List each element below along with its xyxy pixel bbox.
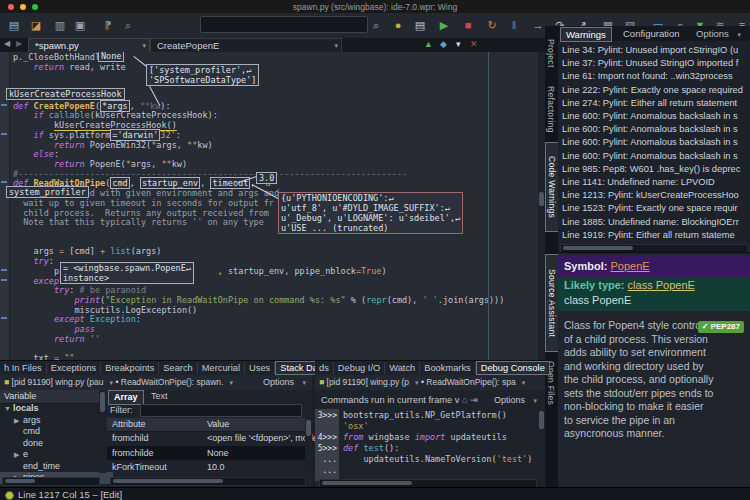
- debug-value-list[interactable]: ['system_profiler',↵'SPSoftwareDataType'…: [146, 64, 259, 86]
- warning-row[interactable]: Line 600: Pylint: Anomalous backslash in…: [562, 123, 738, 136]
- symbol-link[interactable]: PopenE: [610, 260, 649, 272]
- subtab-array[interactable]: Array: [108, 390, 144, 405]
- warning-row[interactable]: Line 985: Pep8: W601 .has_key() is depre…: [562, 163, 740, 176]
- restart-icon[interactable]: ↻: [484, 17, 500, 33]
- tree-vscrollbar[interactable]: [99, 390, 106, 473]
- code-line[interactable]: pass: [13, 324, 95, 334]
- debug-watch-sysprofiler[interactable]: system_profiler: [6, 186, 89, 198]
- code-line[interactable]: txt = "": [13, 353, 74, 360]
- subtab-text[interactable]: Text: [146, 390, 173, 403]
- fold-marker-icon[interactable]: [1, 269, 7, 271]
- console-options-menu[interactable]: Options ▾: [494, 392, 537, 409]
- tab-exceptions[interactable]: Exceptions: [47, 362, 101, 374]
- warning-row[interactable]: Line 1141: Undefined name: LPVOID: [562, 176, 715, 189]
- symbol-combo[interactable]: CreatePopenE ▾: [150, 38, 342, 53]
- tab-debug-i-o[interactable]: Debug I/O: [334, 362, 385, 374]
- console-frame-combo[interactable]: ReadWaitOnPipe(): spa: [426, 377, 515, 387]
- variable-row-locals[interactable]: ▼locals: [0, 403, 103, 415]
- fold-marker-icon[interactable]: [1, 181, 7, 183]
- code-line[interactable]: return '': [13, 334, 100, 344]
- warning-row[interactable]: Line 274: Pylint: Either all return stat…: [562, 97, 737, 110]
- fold-marker-icon[interactable]: [1, 133, 7, 135]
- step-into-icon[interactable]: →: [530, 17, 546, 33]
- stop-icon[interactable]: ■: [460, 17, 476, 33]
- debug-value-timeout[interactable]: 3.0: [256, 172, 277, 184]
- code-line[interactable]: args = [cmd] + list(args): [13, 246, 161, 256]
- tab-h-in-files[interactable]: h In Files: [0, 362, 47, 374]
- warning-row[interactable]: Line 222: Pylint: Exactly one space requ…: [562, 84, 743, 97]
- menu-caret-icon[interactable]: ▾: [456, 39, 461, 49]
- warnings-options-menu[interactable]: Options ▾: [691, 27, 746, 40]
- variable-row-end_time[interactable]: end_time: [0, 461, 113, 473]
- debug-value-env-dict[interactable]: {u'PYTHONIOENCODING':↵u'utf_8', u'#DYLD_…: [278, 192, 463, 234]
- debug-value-none[interactable]: None: [98, 52, 124, 62]
- tab-mercurial[interactable]: Mercurial: [198, 362, 245, 374]
- debug-value-pipes[interactable]: = <wingbase.spawn.PopenE↵instance>: [60, 262, 194, 284]
- vertical-tab-code-warnings[interactable]: Code Warnings: [545, 142, 559, 232]
- stack-options-menu[interactable]: Options ▾: [263, 375, 306, 390]
- tab-search[interactable]: Search: [159, 362, 197, 374]
- grid-hscrollbar[interactable]: [110, 477, 306, 486]
- thread-combo[interactable]: [pid 91190] wing.py (pau: [12, 377, 104, 387]
- find-icon[interactable]: ⌕: [368, 17, 384, 33]
- warning-row[interactable]: Line 34: Pylint: Unused import cStringIO…: [562, 44, 738, 57]
- likely-type-link[interactable]: class PopenE: [628, 279, 695, 291]
- debug-watch-hook[interactable]: kUserCreateProcessHook: [6, 88, 125, 100]
- code-line[interactable]: Note that this typically returns '' on a…: [13, 217, 264, 227]
- nav-forward-icon[interactable]: ▶: [16, 39, 22, 48]
- goto-warning-icon[interactable]: ▲: [424, 39, 433, 49]
- open-folder-icon[interactable]: ◪: [28, 17, 44, 33]
- code-line[interactable]: try: # be paranoid: [13, 285, 146, 295]
- warning-row[interactable]: Line 37: Pylint: Unused StringIO importe…: [562, 57, 738, 70]
- fold-marker-icon[interactable]: [1, 104, 7, 106]
- variable-row-cmd[interactable]: cmd: [0, 426, 113, 438]
- code-line[interactable]: wait up to given timeout in seconds for …: [13, 198, 274, 208]
- code-line[interactable]: if sys.platform='darwin'32':: [13, 130, 181, 140]
- new-file-icon[interactable]: ▤: [6, 17, 22, 33]
- tab-ds[interactable]: ds: [315, 362, 334, 374]
- attribute-row-kForkTimeout[interactable]: kForkTimeout10.0: [107, 460, 305, 475]
- nav-back-icon[interactable]: ◀: [4, 39, 10, 48]
- search-manager-icon[interactable]: ⁋: [100, 17, 116, 33]
- tab-watch[interactable]: Watch: [385, 362, 420, 374]
- attribute-row-fromchild[interactable]: fromchild<open file '<fdopen>', mode 'r'…: [107, 431, 305, 446]
- debug-bug-icon[interactable]: ●: [390, 17, 406, 33]
- variable-row-args[interactable]: ▶args: [0, 415, 113, 427]
- grid-header[interactable]: Attribute Value: [107, 418, 305, 432]
- save-all-icon[interactable]: ▣: [72, 17, 88, 33]
- code-line[interactable]: try:: [13, 256, 54, 266]
- save-icon[interactable]: ▥: [52, 17, 68, 33]
- vertical-tab-source-assistant[interactable]: Source Assistant: [545, 254, 559, 352]
- pause-icon[interactable]: ‖: [506, 17, 522, 33]
- frame-combo[interactable]: ReadWaitOnPipe(): spawn.: [121, 377, 224, 387]
- warning-row[interactable]: Line 600: Pylint: Anomalous backslash in…: [562, 110, 738, 123]
- search-files-icon[interactable]: ⌕: [120, 17, 136, 33]
- console-vscrollbar[interactable]: [538, 409, 545, 485]
- warning-row[interactable]: Line 1523: Pylint: Exactly one space req…: [562, 202, 738, 215]
- vertical-tab-project[interactable]: Project: [545, 30, 557, 76]
- editor-vscrollbar[interactable]: [538, 52, 545, 360]
- warning-row[interactable]: Line 1213: Pylint: kUserCreateProcessHoo: [562, 189, 739, 202]
- code-line[interactable]: return read, write: [13, 62, 126, 72]
- variable-column-header[interactable]: Variable: [0, 390, 103, 404]
- code-line[interactable]: if callable(kUserCreateProcessHook):: [13, 110, 218, 120]
- warning-row[interactable]: Line 1885: Undefined name: BlockingIOErr: [562, 216, 739, 229]
- toolbar-search-input[interactable]: [200, 16, 368, 33]
- code-line[interactable]: else:: [13, 149, 59, 159]
- tree-hscrollbar[interactable]: [2, 477, 100, 486]
- warning-row[interactable]: Line 600: Pylint: Anomalous backslash in…: [562, 150, 738, 163]
- warning-row[interactable]: Line 600: Pylint: Anomalous backslash in…: [562, 136, 738, 149]
- grid-vscrollbar[interactable]: [305, 418, 312, 476]
- warning-row[interactable]: Line 1919: Pylint: Either all return sta…: [562, 229, 735, 242]
- filter-input[interactable]: [140, 404, 302, 417]
- debug-file-icon[interactable]: ▤: [412, 17, 428, 33]
- debugger-status-icon[interactable]: [5, 491, 14, 500]
- code-line[interactable]: return PopenE(*args, **kw): [13, 159, 187, 169]
- tab-configuration[interactable]: Configuration: [618, 27, 685, 40]
- warning-row[interactable]: Line 61: Import not found: ..win32proces…: [562, 70, 733, 83]
- tab-bookmarks[interactable]: Bookmarks: [420, 362, 476, 374]
- variable-row-e[interactable]: ▶e: [0, 449, 113, 461]
- close-icon[interactable]: ✕: [470, 39, 478, 49]
- fold-marker-icon[interactable]: [1, 279, 7, 281]
- console-thread-combo[interactable]: [pid 91190] wing.py (p: [327, 377, 410, 387]
